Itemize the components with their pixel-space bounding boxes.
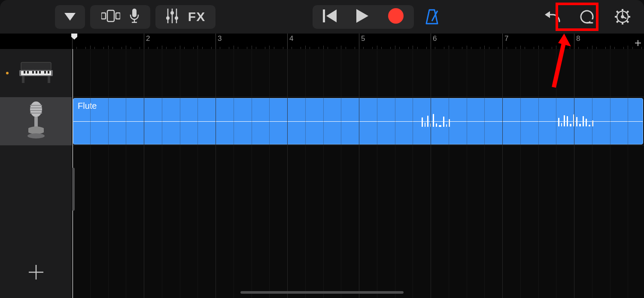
mic-icon xyxy=(130,9,139,25)
audio-region-flute[interactable]: Flute xyxy=(73,98,643,144)
svg-marker-14 xyxy=(326,9,337,22)
svg-rect-40 xyxy=(36,71,37,74)
keyboard-icon xyxy=(19,61,53,86)
svg-rect-50 xyxy=(30,113,42,114)
track-header-keyboard[interactable] xyxy=(0,49,72,97)
track-lane-1[interactable] xyxy=(72,49,644,97)
transport-controls xyxy=(313,5,414,29)
svg-rect-49 xyxy=(30,110,42,111)
annotation-highlight xyxy=(556,3,598,31)
svg-rect-4 xyxy=(132,9,137,17)
svg-rect-1 xyxy=(101,13,106,19)
svg-rect-39 xyxy=(32,71,34,74)
svg-rect-42 xyxy=(44,71,46,74)
indicator-dot xyxy=(6,72,9,74)
microphone-icon xyxy=(26,101,46,141)
svg-rect-3 xyxy=(116,13,120,19)
svg-rect-48 xyxy=(30,108,42,108)
plus-icon xyxy=(29,265,43,280)
svg-marker-0 xyxy=(64,13,76,21)
svg-rect-45 xyxy=(48,76,50,83)
svg-point-16 xyxy=(388,8,404,24)
track-header-audio[interactable] xyxy=(0,97,72,145)
metronome-icon xyxy=(425,9,439,25)
record-button[interactable] xyxy=(388,8,404,25)
add-section-button[interactable]: + xyxy=(635,36,641,50)
vertical-scroll-thumb[interactable] xyxy=(72,168,75,211)
metronome-button[interactable] xyxy=(419,5,445,29)
svg-point-10 xyxy=(166,16,170,20)
svg-rect-37 xyxy=(24,71,25,74)
svg-rect-13 xyxy=(323,9,325,22)
svg-rect-43 xyxy=(48,71,49,74)
svg-rect-26 xyxy=(622,9,623,11)
waveform-cluster-1 xyxy=(421,114,451,129)
svg-rect-2 xyxy=(107,10,114,22)
browser-icon xyxy=(101,9,120,24)
view-menu-button[interactable] xyxy=(55,5,85,29)
svg-marker-18 xyxy=(545,11,550,18)
svg-rect-29 xyxy=(628,16,630,18)
fx-label: FX xyxy=(188,9,205,24)
waveform-cluster-2 xyxy=(557,114,594,128)
svg-rect-51 xyxy=(34,117,38,127)
rewind-icon xyxy=(323,9,337,22)
svg-point-11 xyxy=(170,11,174,15)
svg-rect-44 xyxy=(22,76,24,83)
triangle-down-icon xyxy=(64,13,76,21)
svg-marker-15 xyxy=(356,9,368,23)
svg-point-52 xyxy=(27,133,45,138)
rewind-button[interactable] xyxy=(323,9,337,24)
home-indicator xyxy=(240,291,404,294)
play-icon xyxy=(356,9,368,23)
svg-rect-34 xyxy=(21,62,51,70)
ruler[interactable]: 2345678 + xyxy=(0,34,644,49)
track-settings-group[interactable]: FX xyxy=(155,5,216,29)
timeline-lanes[interactable]: Flute xyxy=(72,49,644,298)
svg-point-12 xyxy=(175,16,178,20)
track-headers xyxy=(0,49,72,298)
tracks-area: Flute xyxy=(0,49,644,298)
svg-rect-47 xyxy=(30,105,42,106)
region-name: Flute xyxy=(78,101,97,111)
play-button[interactable] xyxy=(356,9,368,25)
toolbar: FX xyxy=(0,0,644,34)
gear-icon xyxy=(614,8,631,25)
settings-button[interactable] xyxy=(611,5,635,29)
svg-rect-27 xyxy=(622,22,623,25)
input-button-group[interactable] xyxy=(90,5,150,29)
sliders-icon xyxy=(166,9,179,25)
svg-rect-41 xyxy=(39,71,41,74)
track-lane-2[interactable]: Flute xyxy=(72,97,644,145)
svg-point-46 xyxy=(30,101,42,117)
add-track-button[interactable] xyxy=(0,255,72,289)
svg-rect-28 xyxy=(615,16,617,18)
record-icon xyxy=(388,8,404,24)
svg-rect-38 xyxy=(27,71,29,74)
